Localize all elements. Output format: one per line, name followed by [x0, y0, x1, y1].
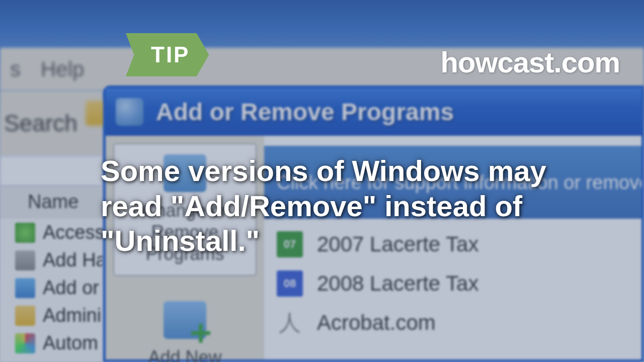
programs-icon — [15, 278, 35, 298]
sidebar-item[interactable]: Add Ha — [0, 246, 103, 274]
bg-search-label: Search — [4, 110, 77, 137]
brand-watermark: howcast.com — [441, 45, 620, 79]
window-titlebar: Add or Remove Programs — [106, 88, 641, 136]
sidebar-item[interactable]: Add or — [0, 274, 103, 302]
program-icon: 08 — [277, 270, 303, 297]
caption-text: Some versions of Windows may read "Add/R… — [101, 153, 584, 258]
sidebar-item-label: Access — [43, 222, 103, 243]
add-new-icon — [164, 301, 206, 339]
acrobat-icon: 人 — [277, 310, 303, 336]
sidebar-item[interactable]: Access — [0, 219, 103, 246]
add-new-card[interactable]: Add New — [113, 291, 257, 362]
bg-address-bar — [0, 156, 103, 186]
sidebar-item[interactable]: Autom — [0, 329, 103, 357]
program-row[interactable]: 人 Acrobat.com — [264, 303, 641, 342]
program-label: Acrobat.com — [317, 311, 436, 335]
bg-menu-item: Help — [41, 57, 84, 81]
bg-menu-item: s — [10, 57, 21, 81]
admin-icon — [15, 306, 35, 326]
video-frame: s Help Search Name Access Add Ha Add or … — [0, 0, 644, 362]
programs-window-icon — [116, 98, 143, 126]
sidebar-item[interactable]: Admini — [0, 302, 103, 329]
program-row[interactable]: 08 2008 Lacerte Tax — [264, 264, 641, 303]
sidebar-item-label: Add or — [43, 277, 99, 299]
tip-label: TIP — [151, 42, 190, 67]
tip-badge: TIP — [126, 33, 209, 76]
sidebar-item-label: Add Ha — [43, 249, 103, 271]
sidebar-item-label: Autom — [43, 332, 98, 354]
sidebar-item-label: Admini — [43, 305, 101, 326]
add-new-label: Add New — [118, 346, 252, 362]
window-title: Add or Remove Programs — [156, 98, 454, 126]
program-label: 2008 Lacerte Tax — [317, 272, 478, 296]
hardware-icon — [15, 250, 35, 270]
sidebar-header: Name — [0, 186, 103, 219]
accessibility-icon — [15, 223, 35, 243]
auto-icon — [15, 333, 35, 353]
bg-sidebar: Name Access Add Ha Add or Admini Autom — [0, 186, 103, 362]
